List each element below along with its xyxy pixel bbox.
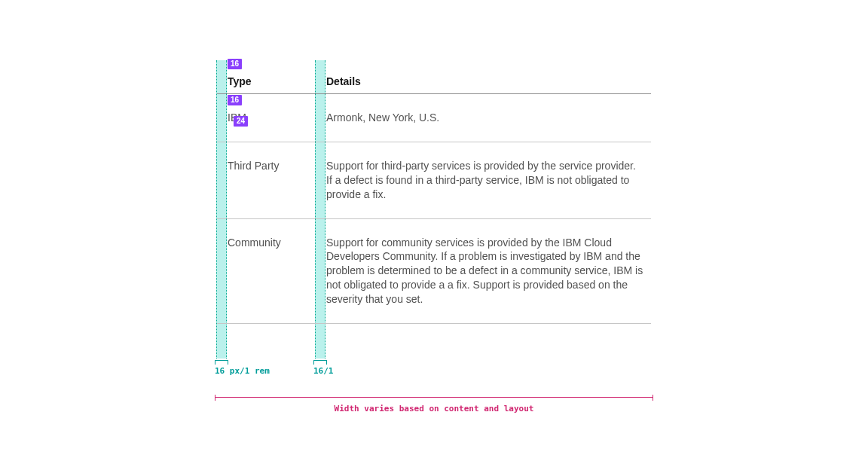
cell-details: Support for community services is provid… <box>316 218 651 323</box>
table-row: Third Party Support for third-party serv… <box>217 142 651 218</box>
table-row: IBM Armonk, New York, U.S. <box>217 94 651 142</box>
cell-type: Third Party <box>217 142 316 218</box>
cell-details: Support for third-party services is prov… <box>316 142 651 218</box>
padding-dimension-label: 16/1 <box>313 366 334 376</box>
spacing-badge-24: 24 <box>234 116 248 127</box>
width-indicator-bar <box>215 395 653 401</box>
spacing-badge-16-mid: 16 <box>228 95 242 105</box>
padding-dimension-left: 16 px/1 rem <box>215 360 270 376</box>
table-row: Community Support for community services… <box>217 218 651 323</box>
column-header-type: Type <box>217 75 316 94</box>
spec-diagram: 16 16 24 Type Details IBM Armonk, New Yo… <box>217 75 651 324</box>
spacing-badge-16-top: 16 <box>228 59 242 69</box>
data-table: Type Details IBM Armonk, New York, U.S. … <box>217 75 651 324</box>
width-caption: Width varies based on content and layout <box>215 404 653 414</box>
padding-dimension-right: 16/1 <box>313 360 334 376</box>
column-header-details: Details <box>316 75 651 94</box>
table-header-row: Type Details <box>217 75 651 94</box>
cell-details: Armonk, New York, U.S. <box>316 94 651 142</box>
padding-dimension-label: 16 px/1 rem <box>215 366 270 376</box>
cell-type: Community <box>217 218 316 323</box>
